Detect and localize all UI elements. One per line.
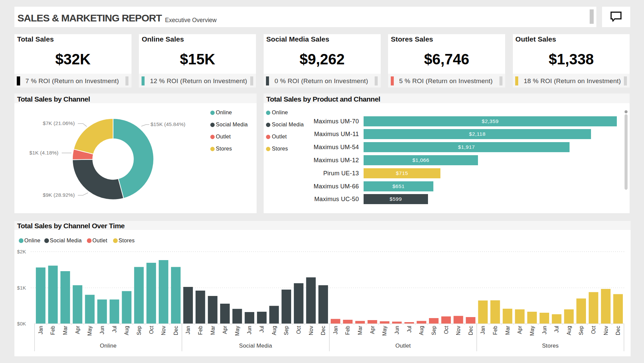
svg-text:May: May <box>87 326 93 336</box>
svg-text:May: May <box>382 326 387 336</box>
svg-text:Dec: Dec <box>615 326 621 335</box>
svg-text:Jul: Jul <box>259 326 265 332</box>
svg-text:Jun: Jun <box>542 326 547 334</box>
svg-text:Oct: Oct <box>149 325 154 334</box>
svg-text:Apr: Apr <box>517 326 523 334</box>
svg-text:Oct: Oct <box>443 325 449 334</box>
svg-text:Apr: Apr <box>75 326 80 334</box>
svg-text:Jul: Jul <box>112 326 117 332</box>
svg-text:Social Media: Social Media <box>239 343 272 349</box>
svg-text:Jun: Jun <box>99 326 105 334</box>
svg-text:Aug: Aug <box>271 326 277 335</box>
svg-text:$1K: $1K <box>17 285 26 291</box>
svg-text:Nov: Nov <box>161 326 166 335</box>
svg-text:Aug: Aug <box>124 326 129 335</box>
svg-text:$0K: $0K <box>17 321 26 326</box>
svg-text:Sep: Sep <box>431 326 437 335</box>
svg-text:Jun: Jun <box>394 326 400 334</box>
svg-text:Jul: Jul <box>554 326 559 332</box>
svg-text:Feb: Feb <box>492 326 498 335</box>
svg-text:Nov: Nov <box>455 326 461 335</box>
svg-text:Dec: Dec <box>173 326 179 335</box>
svg-text:Feb: Feb <box>50 326 56 335</box>
svg-text:Sep: Sep <box>136 326 142 335</box>
svg-text:Feb: Feb <box>198 326 203 335</box>
svg-text:Mar: Mar <box>210 326 216 335</box>
svg-text:Sep: Sep <box>578 326 584 335</box>
svg-text:Apr: Apr <box>222 326 228 334</box>
svg-text:Stores: Stores <box>542 343 559 349</box>
svg-text:May: May <box>529 326 535 336</box>
svg-text:Dec: Dec <box>320 326 326 335</box>
svg-text:Aug: Aug <box>566 326 572 335</box>
svg-text:Jan: Jan <box>480 326 486 334</box>
svg-text:Mar: Mar <box>505 326 511 335</box>
svg-text:Jul: Jul <box>407 326 412 332</box>
svg-text:Outlet: Outlet <box>395 343 411 349</box>
svg-text:Mar: Mar <box>62 326 68 335</box>
svg-text:Nov: Nov <box>603 326 609 335</box>
svg-text:Sep: Sep <box>283 326 289 335</box>
svg-text:Jan: Jan <box>38 326 44 334</box>
svg-text:Apr: Apr <box>370 326 375 334</box>
svg-text:Jan: Jan <box>333 326 338 334</box>
svg-text:Nov: Nov <box>308 326 314 335</box>
svg-text:Feb: Feb <box>345 326 351 335</box>
svg-text:Jun: Jun <box>247 326 252 334</box>
svg-text:Aug: Aug <box>419 326 424 335</box>
svg-text:Dec: Dec <box>468 326 474 335</box>
svg-text:May: May <box>234 326 240 336</box>
svg-text:$2K: $2K <box>17 249 26 254</box>
svg-text:Mar: Mar <box>357 326 363 335</box>
svg-text:Oct: Oct <box>591 325 596 334</box>
svg-text:Oct: Oct <box>296 325 302 334</box>
svg-text:Jan: Jan <box>185 326 191 334</box>
svg-text:Online: Online <box>100 343 117 349</box>
